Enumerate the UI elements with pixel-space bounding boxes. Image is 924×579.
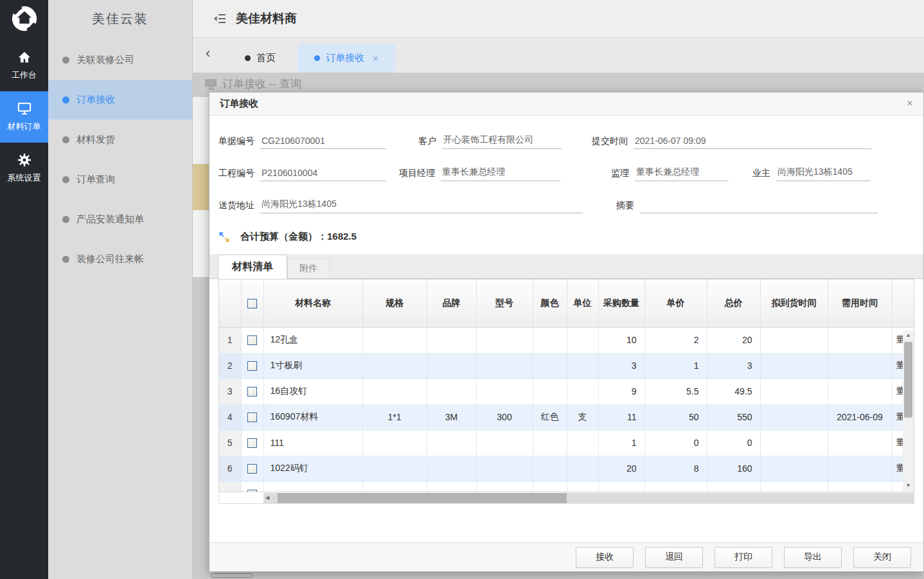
monitor-icon xyxy=(204,78,217,90)
cell-model: 300 xyxy=(476,404,533,430)
field-value-submit_time[interactable]: 2021-06-07 09:09 xyxy=(634,136,871,149)
col-header-材料名称: 材料名称 xyxy=(263,280,362,327)
rail-item-材料订单[interactable]: 材料订单 xyxy=(0,91,48,143)
bullet-dot-icon xyxy=(62,136,69,143)
cell-total: 20 xyxy=(707,327,760,353)
tab-dot-icon xyxy=(314,55,320,61)
table-row-partial[interactable] xyxy=(219,481,914,492)
sidebar-item-订单接收[interactable]: 订单接收 xyxy=(48,80,192,120)
sidebar-item-label: 订单接收 xyxy=(76,94,115,106)
bullet-dot-icon xyxy=(62,176,69,183)
row-checkbox[interactable] xyxy=(247,387,257,396)
tab-首页[interactable]: 首页 xyxy=(228,44,292,73)
table-row[interactable]: 21寸板刷313董事 xyxy=(219,353,914,379)
table-row[interactable]: 112孔盒10220董事 xyxy=(219,327,914,353)
field-label: 监理 xyxy=(611,168,629,181)
export-button[interactable]: 导出 xyxy=(784,547,842,568)
cell-due xyxy=(760,379,828,404)
cell-spec xyxy=(362,379,427,404)
table-row[interactable]: 4160907材料1*13M300红色支11505502021-06-09董事 xyxy=(219,404,914,430)
cell-num: 5 xyxy=(219,430,241,456)
cell-num xyxy=(219,481,241,492)
rail-item-label: 系统设置 xyxy=(8,172,41,184)
hscrollbar-thumb[interactable] xyxy=(278,493,567,503)
cell-price: 5.5 xyxy=(644,379,707,404)
row-checkbox[interactable] xyxy=(247,335,257,345)
cell-cb xyxy=(241,481,263,492)
field-order_no: 单据编号CG2106070001 xyxy=(218,132,386,149)
budget-value: 1682.5 xyxy=(327,231,357,242)
hscrollbar-track[interactable]: ◀ xyxy=(263,493,914,503)
sidebar-item-关联装修公司[interactable]: 关联装修公司 xyxy=(48,40,192,80)
app-logo[interactable] xyxy=(0,0,48,37)
cell-need xyxy=(828,379,892,404)
cell-brand xyxy=(427,456,476,481)
tab-bar: ‹ 首页订单接收× xyxy=(193,37,924,73)
sidebar-item-材料发货[interactable]: 材料发货 xyxy=(48,120,192,159)
detail-tab-材料清单[interactable]: 材料清单 xyxy=(218,254,287,279)
return-button[interactable]: 退回 xyxy=(645,547,703,568)
left-rail: 工作台材料订单系统设置 xyxy=(0,0,48,579)
scroll-up-icon[interactable]: ▲ xyxy=(903,330,914,341)
rail-item-工作台[interactable]: 工作台 xyxy=(0,40,48,91)
row-checkbox[interactable] xyxy=(247,361,257,371)
row-checkbox[interactable] xyxy=(247,413,257,422)
dialog-close-icon[interactable]: × xyxy=(907,98,913,109)
cell-brand xyxy=(427,481,476,492)
background-hscrollbar-thumb[interactable] xyxy=(211,573,253,578)
col-header-规格: 规格 xyxy=(362,280,427,327)
cell-qty: 10 xyxy=(598,327,644,353)
table-row[interactable]: 5111100董事 xyxy=(219,430,914,456)
app-root: 工作台材料订单系统设置 美佳云装 关联装修公司订单接收材料发货订单查询产品安装通… xyxy=(0,0,924,579)
field-label: 项目经理 xyxy=(399,168,435,181)
accept-button[interactable]: 接收 xyxy=(576,547,634,568)
cell-qty: 1 xyxy=(598,430,644,456)
print-button[interactable]: 打印 xyxy=(715,547,772,568)
tab-close-icon[interactable]: × xyxy=(373,53,378,64)
expand-arrows-icon[interactable] xyxy=(218,231,230,243)
cell-spec xyxy=(362,456,427,481)
cell-due xyxy=(760,481,828,492)
row-checkbox[interactable] xyxy=(247,438,257,448)
sidebar-item-订单查询[interactable]: 订单查询 xyxy=(48,159,192,199)
field-value-project_manager[interactable]: 董事长兼总经理 xyxy=(441,166,560,181)
vscrollbar-thumb[interactable] xyxy=(904,342,912,418)
field-value-summary[interactable] xyxy=(640,210,878,213)
field-submit_time: 提交时间2021-06-07 09:09 xyxy=(592,132,871,149)
sidebar-item-label: 关联装修公司 xyxy=(76,54,134,66)
table-vscrollbar[interactable]: ▲ ▼ xyxy=(903,330,914,491)
bullet-dot-icon xyxy=(62,96,69,103)
select-all-checkbox[interactable] xyxy=(247,299,257,308)
tab-订单接收[interactable]: 订单接收× xyxy=(298,44,395,73)
row-checkbox[interactable] xyxy=(247,464,257,474)
field-value-order_no[interactable]: CG2106070001 xyxy=(260,136,386,149)
table-row[interactable]: 316自攻钉95.549.5董事 xyxy=(219,379,914,404)
tab-scroll-left-icon[interactable]: ‹ xyxy=(206,46,210,60)
cell-unit xyxy=(567,353,598,379)
field-value-project_no[interactable]: P2106010004 xyxy=(260,168,386,181)
cell-color xyxy=(533,430,567,456)
scroll-down-icon[interactable]: ▼ xyxy=(903,481,914,491)
cell-color xyxy=(533,353,567,379)
background-page-heading-text: 订单接收 -- 查询 xyxy=(222,76,301,91)
cell-model xyxy=(476,379,533,404)
field-value-customer[interactable]: 开心装饰工程有限公司 xyxy=(442,134,562,149)
cell-color xyxy=(533,379,567,404)
cell-name: 16自攻钉 xyxy=(263,379,362,404)
field-value-supervisor[interactable]: 董事长兼总经理 xyxy=(635,166,729,181)
sidebar-item-装修公司往来帐[interactable]: 装修公司往来帐 xyxy=(48,239,192,279)
field-label: 客户 xyxy=(418,136,436,149)
cell-total xyxy=(707,481,760,492)
field-value-owner[interactable]: 尚海阳光13栋1405 xyxy=(776,166,870,181)
field-value-delivery_address[interactable]: 尚海阳光13栋1405 xyxy=(260,199,583,213)
collapse-menu-icon[interactable] xyxy=(213,13,226,24)
sidebar-item-产品安装通知单[interactable]: 产品安装通知单 xyxy=(48,199,192,239)
cell-price xyxy=(644,481,707,492)
detail-tab-附件[interactable]: 附件 xyxy=(287,258,330,278)
scroll-left-icon[interactable]: ◀ xyxy=(265,493,269,503)
sidebar-title: 美佳云装 xyxy=(48,0,192,37)
col-header-采购数量: 采购数量 xyxy=(598,280,644,327)
close-button[interactable]: 关闭 xyxy=(853,547,911,568)
rail-item-系统设置[interactable]: 系统设置 xyxy=(0,143,48,194)
table-row[interactable]: 61022码钉208160董事 xyxy=(219,456,914,481)
